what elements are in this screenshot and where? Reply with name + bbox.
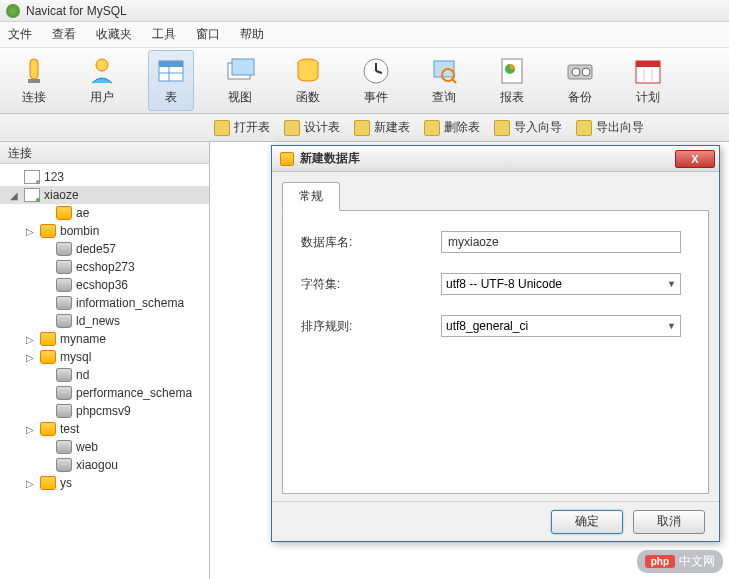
tree-db-phpcmsv9[interactable]: phpcmsv9 — [0, 402, 209, 420]
table-icon — [155, 55, 187, 87]
plug-icon — [18, 55, 50, 87]
tab-general[interactable]: 常规 — [282, 182, 340, 211]
database-icon — [56, 296, 72, 310]
tree-db-dede57[interactable]: dede57 — [0, 240, 209, 258]
collapse-arrow-icon[interactable]: ▷ — [26, 334, 36, 345]
toolbar-query[interactable]: 查询 — [422, 51, 466, 110]
chevron-down-icon: ▼ — [667, 279, 676, 289]
toolbar-label: 计划 — [636, 89, 660, 106]
database-icon — [56, 458, 72, 472]
toolbar-function[interactable]: 函数 — [286, 51, 330, 110]
toolbar-label: 表 — [165, 89, 177, 106]
tree-db-bombin[interactable]: ▷bombin — [0, 222, 209, 240]
menu-favorites[interactable]: 收藏夹 — [96, 26, 132, 43]
toolbar-connection[interactable]: 连接 — [12, 51, 56, 110]
subtool-new-table[interactable]: 新建表 — [354, 119, 410, 136]
subtool-export[interactable]: 导出向导 — [576, 119, 644, 136]
tree-db-web[interactable]: web — [0, 438, 209, 456]
collapse-arrow-icon[interactable]: ▷ — [26, 352, 36, 363]
tree-db-myname[interactable]: ▷myname — [0, 330, 209, 348]
subtool-delete-table[interactable]: 删除表 — [424, 119, 480, 136]
sidebar-header: 连接 — [0, 142, 209, 164]
window-title: Navicat for MySQL — [26, 4, 127, 18]
server-icon — [24, 170, 40, 184]
design-table-icon — [284, 120, 300, 136]
report-icon — [496, 55, 528, 87]
svg-rect-22 — [636, 61, 660, 67]
watermark-badge: php — [645, 555, 675, 568]
tree-db-performance-schema[interactable]: performance_schema — [0, 384, 209, 402]
toolbar-label: 查询 — [432, 89, 456, 106]
toolbar-report[interactable]: 报表 — [490, 51, 534, 110]
menu-tools[interactable]: 工具 — [152, 26, 176, 43]
toolbar-label: 连接 — [22, 89, 46, 106]
collapse-arrow-icon[interactable]: ▷ — [26, 226, 36, 237]
title-bar: Navicat for MySQL — [0, 0, 729, 22]
subtool-open-table[interactable]: 打开表 — [214, 119, 270, 136]
view-icon — [224, 55, 256, 87]
sidebar: 连接 123 ◢xiaoze ae ▷bombin dede57 ecshop2… — [0, 142, 210, 579]
toolbar-table[interactable]: 表 — [148, 50, 194, 111]
subtool-design-table[interactable]: 设计表 — [284, 119, 340, 136]
subtool-import[interactable]: 导入向导 — [494, 119, 562, 136]
backup-icon — [564, 55, 596, 87]
database-icon — [56, 314, 72, 328]
menu-window[interactable]: 窗口 — [196, 26, 220, 43]
form-row-charset: 字符集: utf8 -- UTF-8 Unicode ▼ — [301, 273, 690, 295]
tree-db-mysql[interactable]: ▷mysql — [0, 348, 209, 366]
dialog-title-bar[interactable]: 新建数据库 X — [272, 146, 719, 172]
menu-file[interactable]: 文件 — [8, 26, 32, 43]
database-icon — [280, 152, 294, 166]
new-table-icon — [354, 120, 370, 136]
charset-select[interactable]: utf8 -- UTF-8 Unicode ▼ — [441, 273, 681, 295]
user-icon — [86, 55, 118, 87]
toolbar-view[interactable]: 视图 — [218, 51, 262, 110]
tree-db-nd[interactable]: nd — [0, 366, 209, 384]
tree-server-xiaoze[interactable]: ◢xiaoze — [0, 186, 209, 204]
tree-db-xiaogou[interactable]: xiaogou — [0, 456, 209, 474]
collapse-arrow-icon[interactable]: ▷ — [26, 424, 36, 435]
tree-db-ae[interactable]: ae — [0, 204, 209, 222]
close-button[interactable]: X — [675, 150, 715, 168]
svg-rect-0 — [30, 59, 38, 79]
menu-view[interactable]: 查看 — [52, 26, 76, 43]
charset-label: 字符集: — [301, 276, 441, 293]
toolbar-label: 函数 — [296, 89, 320, 106]
tree-db-ecshop36[interactable]: ecshop36 — [0, 276, 209, 294]
tree-db-test[interactable]: ▷test — [0, 420, 209, 438]
database-icon — [40, 422, 56, 436]
expand-arrow-icon[interactable]: ◢ — [10, 190, 20, 201]
toolbar-user[interactable]: 用户 — [80, 51, 124, 110]
delete-table-icon — [424, 120, 440, 136]
toolbar-label: 事件 — [364, 89, 388, 106]
toolbar-event[interactable]: 事件 — [354, 51, 398, 110]
main-toolbar: 连接 用户 表 视图 函数 事件 查询 报表 备份 计划 — [0, 48, 729, 114]
tree-db-ld-news[interactable]: ld_news — [0, 312, 209, 330]
form-row-collation: 排序规则: utf8_general_ci ▼ — [301, 315, 690, 337]
tree-server-123[interactable]: 123 — [0, 168, 209, 186]
tree-db-ys[interactable]: ▷ys — [0, 474, 209, 492]
ok-button[interactable]: 确定 — [551, 510, 623, 534]
collation-select[interactable]: utf8_general_ci ▼ — [441, 315, 681, 337]
toolbar-schedule[interactable]: 计划 — [626, 51, 670, 110]
database-icon — [40, 224, 56, 238]
collapse-arrow-icon[interactable]: ▷ — [26, 478, 36, 489]
dbname-label: 数据库名: — [301, 234, 441, 251]
menu-help[interactable]: 帮助 — [240, 26, 264, 43]
collation-label: 排序规则: — [301, 318, 441, 335]
cancel-button[interactable]: 取消 — [633, 510, 705, 534]
dialog-title: 新建数据库 — [300, 150, 675, 167]
charset-value: utf8 -- UTF-8 Unicode — [446, 277, 562, 291]
tree-db-information-schema[interactable]: information_schema — [0, 294, 209, 312]
database-icon — [56, 260, 72, 274]
database-icon — [56, 404, 72, 418]
schedule-icon — [632, 55, 664, 87]
toolbar-backup[interactable]: 备份 — [558, 51, 602, 110]
export-icon — [576, 120, 592, 136]
database-icon — [56, 278, 72, 292]
database-icon — [56, 386, 72, 400]
open-table-icon — [214, 120, 230, 136]
toolbar-label: 报表 — [500, 89, 524, 106]
dbname-input[interactable] — [441, 231, 681, 253]
tree-db-ecshop273[interactable]: ecshop273 — [0, 258, 209, 276]
